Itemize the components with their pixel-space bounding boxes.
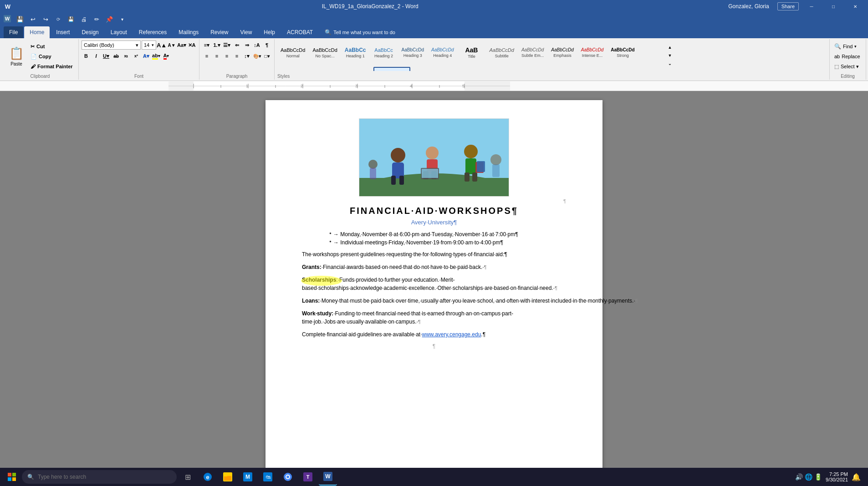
document-area[interactable]: ¶ FINANCIAL·AID·WORKSHOPS¶ Avery·Univers… bbox=[0, 91, 868, 469]
align-left-btn[interactable]: ≡ bbox=[202, 51, 211, 61]
cut-btn[interactable]: ✂Cut bbox=[30, 42, 66, 51]
subscript-btn[interactable]: x₂ bbox=[122, 51, 131, 61]
tab-file[interactable]: File bbox=[4, 26, 23, 38]
decrease-indent-btn[interactable]: ⇐ bbox=[232, 40, 241, 50]
explorer-app[interactable] bbox=[219, 468, 237, 486]
numbering-btn[interactable]: 1.▾ bbox=[212, 40, 221, 50]
style-subtle-ref[interactable]: AaBbCcDdSubtle Ref... bbox=[337, 67, 373, 71]
tell-me-input[interactable]: 🔍Tell me what you want to do bbox=[319, 26, 401, 38]
font-size-selector[interactable]: 14 ▾ bbox=[142, 40, 156, 50]
style-strong[interactable]: AaBbCcDdStrong bbox=[608, 40, 638, 66]
notification-btn[interactable]: 🔔 bbox=[852, 473, 861, 481]
style-intense-e[interactable]: AaBbCcDdIntense E... bbox=[578, 40, 607, 66]
sort-btn[interactable]: ↕A bbox=[252, 40, 261, 50]
customize-qa-btn[interactable]: ▾ bbox=[117, 14, 128, 25]
close-btn[interactable]: ✕ bbox=[846, 0, 864, 13]
style-intense-q[interactable]: AaBbCcDdIntense Q... bbox=[307, 67, 336, 71]
shrink-font-btn[interactable]: A▼ bbox=[167, 40, 176, 50]
style-no-spacing[interactable]: AaBbCcDdNo Spac... bbox=[309, 40, 340, 66]
style-emphasis[interactable]: AaBbCcDdEmphasis bbox=[548, 40, 577, 66]
align-right-btn[interactable]: ≡ bbox=[222, 51, 231, 61]
style-intense-ref[interactable]: AaBBCCDDIntense Ref... bbox=[373, 67, 411, 71]
print-qa-btn[interactable]: 🖨 bbox=[78, 14, 89, 25]
style-heading2[interactable]: AaBbCcHeading 2 bbox=[370, 40, 398, 66]
workstudy-para[interactable]: Work·study:·Funding·to·meet·financial·ne… bbox=[302, 309, 566, 326]
pencil-qa-btn[interactable]: ✏ bbox=[91, 14, 102, 25]
undo-qa-btn[interactable]: ↩ bbox=[27, 14, 38, 25]
underline-btn[interactable]: U▾ bbox=[102, 51, 111, 61]
strikethrough-btn[interactable]: ab bbox=[112, 51, 121, 61]
maximize-btn[interactable]: □ bbox=[824, 0, 842, 13]
document-page[interactable]: ¶ FINANCIAL·AID·WORKSHOPS¶ Avery·Univers… bbox=[266, 100, 602, 469]
tab-view[interactable]: View bbox=[235, 26, 258, 38]
taskbar-search-input[interactable] bbox=[38, 474, 156, 480]
styles-scroll-down[interactable]: ▼ bbox=[666, 52, 674, 59]
line-spacing-btn[interactable]: ↕▾ bbox=[242, 51, 251, 61]
scholarships-para[interactable]: Scholarships:·Funds·provided·to·further·… bbox=[302, 276, 566, 292]
italic-btn[interactable]: I bbox=[92, 51, 101, 61]
tab-insert[interactable]: Insert bbox=[51, 26, 75, 38]
task-view-btn[interactable]: ⊞ bbox=[179, 468, 197, 486]
style-subtle-em[interactable]: AaBbCcDdSubtle Em... bbox=[518, 40, 547, 66]
justify-btn[interactable]: ≡ bbox=[232, 51, 241, 61]
find-btn[interactable]: 🔍 Find ▾ bbox=[832, 42, 862, 51]
taskbar-search[interactable]: 🔍 bbox=[22, 470, 177, 484]
start-button[interactable] bbox=[4, 469, 20, 485]
border-btn[interactable]: □▾ bbox=[262, 51, 271, 61]
replace-btn[interactable]: ab Replace bbox=[832, 52, 862, 61]
bold-btn[interactable]: B bbox=[82, 51, 91, 61]
document-title[interactable]: FINANCIAL·AID·WORKSHOPS¶ bbox=[302, 206, 566, 216]
clear-formatting-btn[interactable]: ✕A bbox=[187, 40, 196, 50]
store-app[interactable]: 🛍 bbox=[259, 468, 277, 486]
text-highlight-btn[interactable]: ab▾ bbox=[152, 51, 161, 61]
teams-app[interactable]: T bbox=[299, 468, 317, 486]
format-painter-btn[interactable]: 🖌Format Painter bbox=[30, 62, 76, 71]
tab-references[interactable]: References bbox=[133, 26, 172, 38]
style-heading3[interactable]: AaBbCcDdHeading 3 bbox=[398, 40, 427, 66]
grow-font-btn[interactable]: A▲ bbox=[157, 40, 166, 50]
change-case-btn[interactable]: Aa▾ bbox=[177, 40, 186, 50]
shading-btn[interactable]: 🎨▾ bbox=[252, 51, 261, 61]
copy-btn[interactable]: 📄Copy bbox=[30, 52, 66, 61]
minimize-btn[interactable]: ─ bbox=[802, 0, 821, 13]
tab-home[interactable]: Home bbox=[24, 26, 50, 38]
tab-design[interactable]: Design bbox=[76, 26, 104, 38]
mail-app[interactable]: M bbox=[239, 468, 257, 486]
redo-qa-btn[interactable]: ↪ bbox=[40, 14, 51, 25]
select-btn[interactable]: ⬚ Select ▾ bbox=[832, 62, 862, 71]
font-name-selector[interactable]: Calibri (Body) ▾ bbox=[82, 40, 141, 50]
tab-acrobat[interactable]: ACROBAT bbox=[281, 26, 318, 38]
tab-layout[interactable]: Layout bbox=[105, 26, 133, 38]
font-color-btn[interactable]: A▾ bbox=[162, 51, 171, 61]
style-quote[interactable]: AaBbCcDdQuote bbox=[277, 67, 306, 71]
word-taskbar-app[interactable]: W bbox=[319, 468, 337, 486]
save-qa-btn[interactable]: 💾 bbox=[15, 14, 26, 25]
show-marks-btn[interactable]: ¶ bbox=[262, 40, 271, 50]
tab-mailings[interactable]: Mailings bbox=[173, 26, 204, 38]
share-btn[interactable]: Share bbox=[777, 2, 799, 10]
align-center-btn[interactable]: ≡ bbox=[212, 51, 221, 61]
style-title[interactable]: AaBTitle bbox=[458, 40, 485, 66]
bullets-btn[interactable]: ≡▾ bbox=[202, 40, 211, 50]
tab-review[interactable]: Review bbox=[205, 26, 234, 38]
style-subtitle[interactable]: AaBbCcDdSubtitle bbox=[486, 40, 517, 66]
loans-para[interactable]: Loans:·Money·that·must·be·paid·back·over… bbox=[302, 297, 566, 305]
style-normal[interactable]: AaBbCcDdNormal bbox=[277, 40, 308, 66]
grants-para[interactable]: Grants:·Financial·awards·based·on·need·t… bbox=[302, 263, 566, 271]
superscript-btn[interactable]: x² bbox=[132, 51, 141, 61]
intro-para[interactable]: The·workshops·present·guidelines·request… bbox=[302, 250, 566, 258]
complete-para[interactable]: Complete·financial·aid·guidelines·are·av… bbox=[302, 330, 566, 339]
styles-more-btn[interactable]: ⌄ bbox=[666, 60, 674, 67]
styles-scroll-up[interactable]: ▲ bbox=[666, 44, 674, 51]
style-heading1[interactable]: AaBbCcHeading 1 bbox=[342, 40, 369, 66]
multilevel-btn[interactable]: ☰▾ bbox=[222, 40, 231, 50]
pin-qa-btn[interactable]: 📌 bbox=[104, 14, 115, 25]
chrome-app[interactable] bbox=[279, 468, 297, 486]
paste-btn[interactable]: 📋 Paste bbox=[5, 42, 28, 71]
increase-indent-btn[interactable]: ⇒ bbox=[242, 40, 251, 50]
edge-app[interactable]: e bbox=[199, 468, 217, 486]
avery-link[interactable]: www.avery.cengage.edu bbox=[422, 331, 481, 338]
tab-help[interactable]: Help bbox=[258, 26, 281, 38]
style-heading4[interactable]: AaBbCcDdHeading 4 bbox=[428, 40, 457, 66]
disk-qa-btn[interactable]: 💾 bbox=[66, 14, 77, 25]
